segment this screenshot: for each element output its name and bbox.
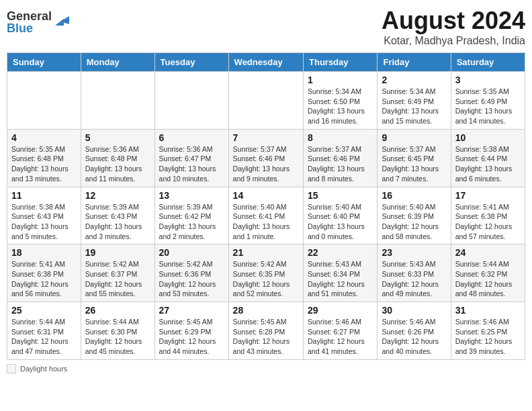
day-info: Sunrise: 5:38 AM Sunset: 6:44 PM Dayligh…: [455, 144, 521, 184]
day-info: Sunrise: 5:37 AM Sunset: 6:46 PM Dayligh…: [308, 144, 373, 184]
footer-note: Daylight hours: [7, 364, 525, 373]
day-number: 14: [233, 190, 299, 201]
calendar-cell: 17Sunrise: 5:41 AM Sunset: 6:38 PM Dayli…: [451, 187, 525, 244]
day-number: 5: [85, 132, 150, 143]
svg-text:Blue: Blue: [7, 21, 33, 35]
day-number: 12: [85, 190, 150, 201]
day-number: 6: [159, 132, 224, 143]
day-info: Sunrise: 5:46 AM Sunset: 6:27 PM Dayligh…: [308, 317, 373, 357]
day-info: Sunrise: 5:46 AM Sunset: 6:25 PM Dayligh…: [455, 317, 521, 357]
calendar-cell: 16Sunrise: 5:40 AM Sunset: 6:39 PM Dayli…: [378, 187, 451, 244]
calendar-cell: 8Sunrise: 5:37 AM Sunset: 6:46 PM Daylig…: [304, 129, 378, 187]
weekday-header-sunday: Sunday: [7, 53, 81, 72]
day-info: Sunrise: 5:39 AM Sunset: 6:43 PM Dayligh…: [85, 202, 150, 242]
day-number: 9: [382, 132, 446, 143]
day-number: 28: [233, 305, 299, 316]
calendar-cell: 12Sunrise: 5:39 AM Sunset: 6:43 PM Dayli…: [81, 187, 154, 244]
day-info: Sunrise: 5:42 AM Sunset: 6:36 PM Dayligh…: [159, 259, 224, 299]
title-area: August 2024 Kotar, Madhya Pradesh, India: [382, 7, 525, 47]
day-info: Sunrise: 5:36 AM Sunset: 6:47 PM Dayligh…: [159, 144, 224, 184]
day-info: Sunrise: 5:39 AM Sunset: 6:42 PM Dayligh…: [159, 202, 224, 242]
weekday-header-friday: Friday: [378, 53, 451, 72]
calendar-cell: [81, 72, 154, 130]
day-info: Sunrise: 5:40 AM Sunset: 6:40 PM Dayligh…: [308, 202, 373, 242]
calendar-cell: 15Sunrise: 5:40 AM Sunset: 6:40 PM Dayli…: [304, 187, 378, 244]
day-number: 25: [11, 305, 77, 316]
daylight-box-icon: [7, 364, 16, 373]
calendar-cell: 5Sunrise: 5:36 AM Sunset: 6:48 PM Daylig…: [81, 129, 154, 187]
weekday-header-tuesday: Tuesday: [154, 53, 228, 72]
day-number: 10: [455, 132, 521, 143]
day-number: 1: [308, 75, 373, 85]
day-info: Sunrise: 5:44 AM Sunset: 6:30 PM Dayligh…: [85, 317, 150, 357]
day-info: Sunrise: 5:46 AM Sunset: 6:26 PM Dayligh…: [382, 317, 446, 357]
day-number: 24: [455, 247, 521, 258]
week-row-2: 4Sunrise: 5:35 AM Sunset: 6:48 PM Daylig…: [7, 129, 525, 187]
day-info: Sunrise: 5:38 AM Sunset: 6:43 PM Dayligh…: [11, 202, 77, 242]
weekday-header-thursday: Thursday: [304, 53, 378, 72]
location-title: Kotar, Madhya Pradesh, India: [382, 35, 525, 47]
calendar-cell: 19Sunrise: 5:42 AM Sunset: 6:37 PM Dayli…: [81, 244, 154, 302]
calendar-cell: 11Sunrise: 5:38 AM Sunset: 6:43 PM Dayli…: [7, 187, 81, 244]
day-info: Sunrise: 5:45 AM Sunset: 6:29 PM Dayligh…: [159, 317, 224, 357]
calendar-cell: 24Sunrise: 5:44 AM Sunset: 6:32 PM Dayli…: [451, 244, 525, 302]
day-info: Sunrise: 5:42 AM Sunset: 6:35 PM Dayligh…: [233, 259, 299, 299]
calendar-cell: 28Sunrise: 5:45 AM Sunset: 6:28 PM Dayli…: [228, 302, 303, 360]
day-info: Sunrise: 5:36 AM Sunset: 6:48 PM Dayligh…: [85, 144, 150, 184]
weekday-header-row: SundayMondayTuesdayWednesdayThursdayFrid…: [7, 53, 525, 72]
day-info: Sunrise: 5:42 AM Sunset: 6:37 PM Dayligh…: [85, 259, 150, 299]
day-number: 26: [85, 305, 150, 316]
day-info: Sunrise: 5:37 AM Sunset: 6:45 PM Dayligh…: [382, 144, 446, 184]
header: General Blue August 2024 Kotar, Madhya P…: [7, 7, 525, 47]
day-number: 2: [382, 75, 446, 85]
weekday-header-wednesday: Wednesday: [228, 53, 303, 72]
day-info: Sunrise: 5:35 AM Sunset: 6:48 PM Dayligh…: [11, 144, 77, 184]
logo-svg: General Blue: [7, 7, 74, 36]
calendar-cell: 31Sunrise: 5:46 AM Sunset: 6:25 PM Dayli…: [451, 302, 525, 360]
calendar-cell: 3Sunrise: 5:35 AM Sunset: 6:49 PM Daylig…: [451, 72, 525, 130]
calendar-cell: 22Sunrise: 5:43 AM Sunset: 6:34 PM Dayli…: [304, 244, 378, 302]
day-number: 29: [308, 305, 373, 316]
day-info: Sunrise: 5:41 AM Sunset: 6:38 PM Dayligh…: [455, 202, 521, 242]
calendar-table: SundayMondayTuesdayWednesdayThursdayFrid…: [7, 52, 525, 360]
calendar-cell: 21Sunrise: 5:42 AM Sunset: 6:35 PM Dayli…: [228, 244, 303, 302]
day-number: 8: [308, 132, 373, 143]
day-number: 21: [233, 247, 299, 258]
month-title: August 2024: [382, 7, 525, 35]
day-number: 27: [159, 305, 224, 316]
calendar-cell: 13Sunrise: 5:39 AM Sunset: 6:42 PM Dayli…: [154, 187, 228, 244]
calendar-cell: 30Sunrise: 5:46 AM Sunset: 6:26 PM Dayli…: [378, 302, 451, 360]
day-number: 15: [308, 190, 373, 201]
day-info: Sunrise: 5:34 AM Sunset: 6:49 PM Dayligh…: [382, 87, 446, 126]
calendar-cell: 7Sunrise: 5:37 AM Sunset: 6:46 PM Daylig…: [228, 129, 303, 187]
calendar-cell: 29Sunrise: 5:46 AM Sunset: 6:27 PM Dayli…: [304, 302, 378, 360]
day-info: Sunrise: 5:45 AM Sunset: 6:28 PM Dayligh…: [233, 317, 299, 357]
calendar-cell: 10Sunrise: 5:38 AM Sunset: 6:44 PM Dayli…: [451, 129, 525, 187]
day-number: 3: [455, 75, 521, 85]
svg-text:General: General: [7, 9, 52, 23]
logo: General Blue: [7, 7, 74, 36]
week-row-5: 25Sunrise: 5:44 AM Sunset: 6:31 PM Dayli…: [7, 302, 525, 360]
calendar-cell: [154, 72, 228, 130]
calendar-cell: 23Sunrise: 5:43 AM Sunset: 6:33 PM Dayli…: [378, 244, 451, 302]
day-number: 22: [308, 247, 373, 258]
day-info: Sunrise: 5:40 AM Sunset: 6:41 PM Dayligh…: [233, 202, 299, 242]
day-number: 17: [455, 190, 521, 201]
day-info: Sunrise: 5:35 AM Sunset: 6:49 PM Dayligh…: [455, 87, 521, 126]
day-number: 11: [11, 190, 77, 201]
week-row-4: 18Sunrise: 5:41 AM Sunset: 6:38 PM Dayli…: [7, 244, 525, 302]
day-number: 30: [382, 305, 446, 316]
daylight-label: Daylight hours: [20, 365, 67, 373]
calendar-cell: 25Sunrise: 5:44 AM Sunset: 6:31 PM Dayli…: [7, 302, 81, 360]
calendar-cell: 9Sunrise: 5:37 AM Sunset: 6:45 PM Daylig…: [378, 129, 451, 187]
day-number: 16: [382, 190, 446, 201]
calendar-cell: 18Sunrise: 5:41 AM Sunset: 6:38 PM Dayli…: [7, 244, 81, 302]
day-number: 20: [159, 247, 224, 258]
calendar-cell: 20Sunrise: 5:42 AM Sunset: 6:36 PM Dayli…: [154, 244, 228, 302]
weekday-header-saturday: Saturday: [451, 53, 525, 72]
day-number: 19: [85, 247, 150, 258]
day-info: Sunrise: 5:44 AM Sunset: 6:32 PM Dayligh…: [455, 259, 521, 299]
day-info: Sunrise: 5:40 AM Sunset: 6:39 PM Dayligh…: [382, 202, 446, 242]
svg-marker-2: [55, 19, 64, 26]
day-info: Sunrise: 5:44 AM Sunset: 6:31 PM Dayligh…: [11, 317, 77, 357]
